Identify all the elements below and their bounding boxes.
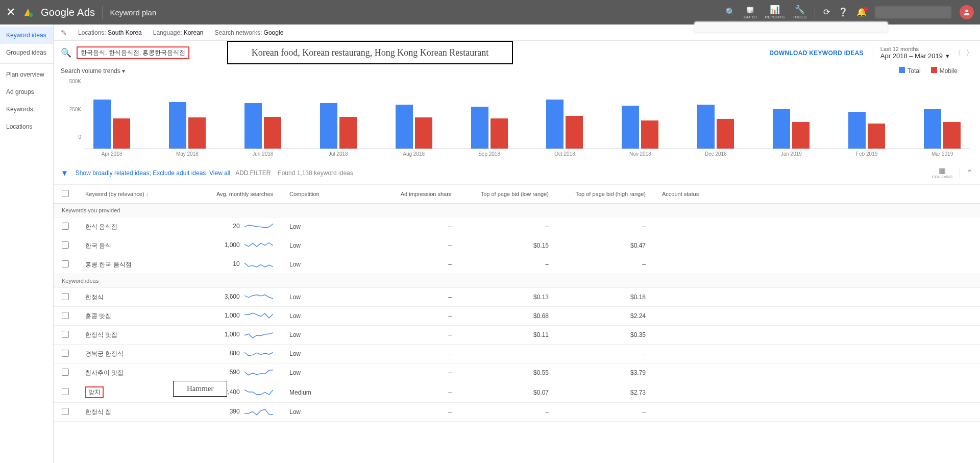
- keyword-cell[interactable]: 홍콩 한국 음식점: [85, 261, 132, 268]
- search-icon[interactable]: 🔍: [61, 47, 71, 58]
- row-checkbox[interactable]: [62, 293, 69, 300]
- keyword-cell[interactable]: 한정식: [85, 294, 104, 301]
- cell-impr: –: [342, 326, 460, 345]
- row-checkbox[interactable]: [62, 369, 69, 376]
- bar-mobile: [491, 118, 508, 149]
- col-high-bid[interactable]: Top of page bid (high range): [557, 185, 654, 204]
- keyword-cell[interactable]: 한국 음식: [85, 242, 111, 249]
- notifications-icon[interactable]: 🔔: [856, 8, 867, 16]
- avg-searches-value: 1,000: [225, 241, 240, 249]
- col-avg-searches[interactable]: Avg. monthly searches: [194, 185, 281, 204]
- cell-impr: –: [342, 363, 460, 382]
- cell-hi: –: [557, 217, 654, 236]
- row-checkbox[interactable]: [62, 408, 69, 415]
- competition-value: Low: [281, 307, 342, 326]
- table-row: 침사추이 맛집590 Low–$0.55$3.79: [54, 363, 980, 382]
- row-checkbox[interactable]: [62, 388, 69, 395]
- col-impression-share[interactable]: Ad impression share: [342, 185, 460, 204]
- filter-icon[interactable]: ▼: [61, 168, 68, 177]
- bar-total: [244, 103, 262, 149]
- competition-value: Low: [281, 217, 342, 236]
- refresh-icon[interactable]: ⟳: [823, 8, 830, 16]
- col-keyword[interactable]: Keyword (by relevance) ↓: [77, 185, 194, 204]
- cell-lo: $0.55: [460, 363, 557, 382]
- bar-mobile: [566, 116, 583, 149]
- account-selector[interactable]: [875, 6, 951, 18]
- account-status-cell: [654, 363, 980, 382]
- expand-icon[interactable]: ⌃: [960, 168, 973, 178]
- keyword-cell[interactable]: 홍콩 맛집: [85, 312, 111, 320]
- avg-searches-value: 10: [233, 260, 239, 267]
- help-icon[interactable]: ❔: [838, 8, 848, 16]
- sidebar-item-keywords[interactable]: Keywords: [0, 101, 53, 118]
- cell-lo: –: [460, 255, 557, 274]
- row-checkbox[interactable]: [62, 260, 69, 267]
- table-row: 한식 음식점20 Low–––: [54, 217, 980, 236]
- columns-button[interactable]: ▥COLUMNS: [932, 166, 952, 179]
- date-range-picker[interactable]: Last 12 months Apr 2018 – Mar 2019 ▾: [873, 46, 949, 60]
- sidebar-item-keyword-ideas[interactable]: Keyword ideas: [0, 27, 53, 44]
- avatar[interactable]: [960, 5, 974, 19]
- bar-mobile: [641, 120, 658, 149]
- select-all-checkbox[interactable]: [62, 190, 69, 197]
- edit-icon[interactable]: ✎: [61, 29, 67, 37]
- sidebar-item-plan-overview[interactable]: Plan overview: [0, 66, 53, 83]
- tools-tool[interactable]: 🔧TOOLS: [793, 6, 806, 19]
- filter-view-all[interactable]: View all: [209, 169, 230, 177]
- table-row: 홍콩 한국 음식점10 Low–––: [54, 255, 980, 274]
- trends-dropdown[interactable]: Search volume trends ▾: [61, 67, 125, 75]
- account-dropdown-overlay[interactable]: [694, 21, 888, 33]
- keyword-cell[interactable]: 한식 음식점: [85, 223, 117, 230]
- cell-lo: $0.68: [460, 307, 557, 326]
- download-keyword-ideas-link[interactable]: DOWNLOAD KEYWORD IDEAS: [769, 50, 864, 57]
- competition-value: Medium: [281, 382, 342, 403]
- bar-mobile: [415, 117, 432, 149]
- row-checkbox[interactable]: [62, 350, 69, 357]
- brand-name: Google Ads: [41, 7, 95, 18]
- cell-lo: –: [460, 403, 557, 422]
- seed-keywords-input[interactable]: 한국음식, 한식음식점, 홍콩한국음식점: [77, 46, 189, 59]
- close-icon[interactable]: ✕: [6, 6, 15, 19]
- page-title: Keyword plan: [110, 8, 156, 17]
- sidebar-item-locations[interactable]: Locations: [0, 118, 53, 135]
- competition-value: Low: [281, 288, 342, 307]
- cell-hi: $2.24: [557, 307, 654, 326]
- locations-setting[interactable]: Locations: South Korea: [78, 29, 142, 36]
- networks-setting[interactable]: Search networks: Google: [215, 29, 284, 36]
- row-checkbox[interactable]: [62, 331, 69, 338]
- goto-tool[interactable]: ▦GO TO: [744, 6, 757, 19]
- bar-total: [396, 105, 413, 149]
- sidebar-item-ad-groups[interactable]: Ad groups: [0, 83, 53, 101]
- cell-hi: $0.18: [557, 288, 654, 307]
- keyword-cell[interactable]: 경복궁 한정식: [85, 350, 124, 357]
- keyword-cell[interactable]: 망치: [85, 386, 104, 398]
- date-next-icon[interactable]: 〉: [966, 48, 973, 58]
- date-prev-icon[interactable]: 〈: [954, 48, 961, 58]
- sidebar-item-grouped-ideas[interactable]: Grouped ideas: [0, 44, 53, 61]
- col-account-status[interactable]: Account status: [654, 185, 980, 204]
- account-status-cell: [654, 255, 980, 274]
- chevron-down-icon[interactable]: ▾: [946, 52, 949, 60]
- reports-tool[interactable]: 📊REPORTS: [765, 6, 785, 19]
- col-competition[interactable]: Competition: [281, 185, 342, 204]
- sidebar: Keyword ideas Grouped ideas Plan overvie…: [0, 25, 54, 463]
- search-icon[interactable]: 🔍: [725, 8, 736, 16]
- col-low-bid[interactable]: Top of page bid (low range): [460, 185, 557, 204]
- filter-exclude-adult[interactable]: Exclude adult ideas: [153, 169, 206, 177]
- row-checkbox[interactable]: [62, 312, 69, 319]
- filter-broadly-related[interactable]: Show broadly related ideas;: [76, 169, 151, 177]
- cell-impr: –: [342, 288, 460, 307]
- keyword-cell[interactable]: 한정식 집: [85, 408, 111, 416]
- avg-searches-value: 3,600: [225, 293, 240, 300]
- account-status-cell: [654, 217, 980, 236]
- language-setting[interactable]: Language: Korean: [153, 29, 204, 36]
- row-checkbox[interactable]: [62, 241, 69, 249]
- cell-lo: $0.11: [460, 326, 557, 345]
- cell-impr: –: [342, 307, 460, 326]
- keyword-cell[interactable]: 한정식 맛집: [85, 331, 117, 338]
- add-filter-button[interactable]: ADD FILTER: [235, 169, 271, 177]
- bar-total: [546, 100, 564, 149]
- cell-impr: –: [342, 255, 460, 274]
- keyword-cell[interactable]: 침사추이 맛집: [85, 369, 124, 376]
- row-checkbox[interactable]: [62, 223, 69, 230]
